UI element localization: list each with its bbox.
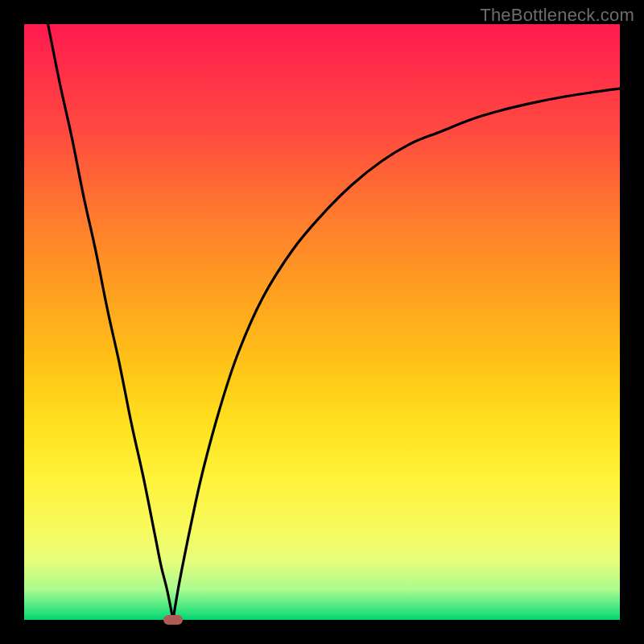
bottleneck-curve <box>24 24 620 620</box>
chart-frame: TheBottleneck.com <box>0 0 644 644</box>
curve-left-branch <box>48 24 173 620</box>
watermark-text: TheBottleneck.com <box>480 5 634 26</box>
plot-area <box>24 24 620 620</box>
curve-right-branch <box>173 89 620 620</box>
minimum-marker <box>163 615 183 625</box>
